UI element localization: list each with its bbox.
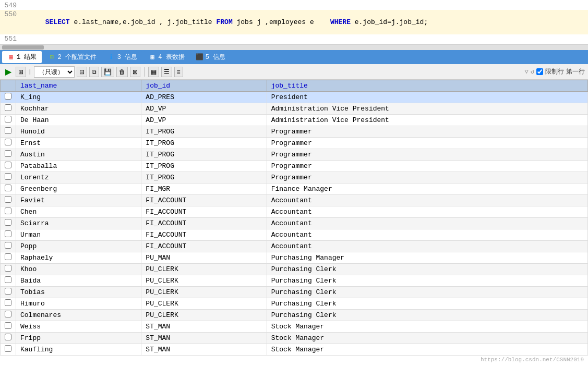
- toolbar-form-view-btn[interactable]: ≡: [174, 67, 183, 77]
- row-checkbox[interactable]: [5, 127, 11, 134]
- tab-info[interactable]: ℹ 3 信息: [103, 51, 142, 63]
- cell-last_name: Himuro: [16, 298, 141, 310]
- row-checkbox[interactable]: [5, 219, 11, 226]
- cell-last_name: Khoo: [16, 264, 141, 275]
- limit-row-checkbox[interactable]: [536, 68, 543, 75]
- sql-editor: 549 550 SELECT e.last_name,e.job_id , j.…: [0, 0, 588, 45]
- results-table-wrap: last_name job_id job_title K_ingAD_PRESP…: [0, 80, 588, 363]
- cell-last_name: K_ing: [16, 92, 141, 103]
- toolbar-list-view-btn[interactable]: ☰: [161, 67, 172, 77]
- table-row: ColmenaresPU_CLERKPurchasing Clerk: [1, 310, 588, 321]
- cell-last_name: Fripp: [16, 333, 141, 344]
- row-checkbox[interactable]: [5, 185, 11, 191]
- toolbar-export-btn[interactable]: ⊟: [77, 67, 87, 77]
- sql-line-551: 551: [0, 34, 588, 43]
- sql-line-550: 550 SELECT e.last_name,e.job_id , j.job_…: [0, 10, 588, 34]
- toolbar-grid-btn[interactable]: ⊞: [16, 67, 26, 77]
- cell-job_title: Purchasing Clerk: [267, 298, 587, 310]
- row-checkbox[interactable]: [5, 173, 11, 180]
- watermark: https://blog.csdn.net/CSNN2019: [481, 357, 584, 363]
- cell-last_name: Lorentz: [16, 172, 141, 184]
- cell-job_title: Stock Manager: [267, 321, 587, 333]
- line-number: 551: [2, 35, 21, 43]
- cell-job_id: IT_PROG: [141, 172, 267, 184]
- header-last-name: last_name: [16, 80, 141, 92]
- table-row: TobiasPU_CLERKPurchasing Clerk: [1, 287, 588, 298]
- cell-job_id: FI_ACCOUNT: [141, 195, 267, 206]
- row-checkbox[interactable]: [5, 253, 11, 260]
- cell-job_id: AD_PRES: [141, 92, 267, 103]
- cell-last_name: Austin: [16, 149, 141, 161]
- row-checkbox[interactable]: [5, 299, 11, 306]
- cell-last_name: Hunold: [16, 126, 141, 138]
- cell-last_name: Greenberg: [16, 184, 141, 195]
- row-checkbox[interactable]: [5, 242, 11, 249]
- toolbar-delete-btn[interactable]: 🗑: [116, 67, 128, 77]
- cell-job_id: PU_MAN: [141, 252, 267, 264]
- row-checkbox[interactable]: [5, 334, 11, 340]
- row-checkbox[interactable]: [5, 150, 11, 157]
- cell-job_id: IT_PROG: [141, 149, 267, 161]
- toolbar-copy-btn[interactable]: ⧉: [89, 67, 99, 77]
- table-row: SciarraFI_ACCOUNTAccountant: [1, 218, 588, 229]
- row-checkbox[interactable]: [5, 265, 11, 272]
- row-checkbox[interactable]: [5, 276, 11, 283]
- toolbar-green-icon[interactable]: ▶: [3, 66, 14, 78]
- sql-line-549: 549: [0, 1, 588, 10]
- info-icon: ℹ: [108, 54, 115, 61]
- cell-job_title: Accountant: [267, 206, 587, 218]
- horizontal-scrollbar[interactable]: [0, 45, 588, 50]
- row-checkbox[interactable]: [5, 139, 11, 145]
- cell-job_id: FI_ACCOUNT: [141, 229, 267, 241]
- scrollbar-thumb[interactable]: [2, 45, 44, 50]
- row-checkbox[interactable]: [5, 230, 11, 237]
- row-checkbox[interactable]: [5, 93, 11, 100]
- cell-last_name: Faviet: [16, 195, 141, 206]
- cell-job_id: AD_VP: [141, 103, 267, 115]
- config-icon: ⊞: [48, 54, 55, 61]
- row-checkbox[interactable]: [5, 104, 11, 111]
- cell-last_name: Raphaely: [16, 252, 141, 264]
- table-row: De HaanAD_VPAdministration Vice Presiden…: [1, 115, 588, 126]
- row-checkbox[interactable]: [5, 345, 11, 352]
- cell-last_name: Popp: [16, 241, 141, 252]
- tab-info-label: 3 信息: [117, 53, 137, 62]
- header-job-title: job_title: [267, 80, 587, 92]
- line-number: 549: [2, 2, 21, 9]
- row-checkbox[interactable]: [5, 288, 11, 295]
- cell-last_name: De Haan: [16, 115, 141, 126]
- cell-job_title: Finance Manager: [267, 184, 587, 195]
- cell-job_title: Stock Manager: [267, 333, 587, 344]
- cell-job_id: FI_ACCOUNT: [141, 206, 267, 218]
- table-row: ErnstIT_PROGProgrammer: [1, 138, 588, 149]
- toolbar-refresh-btn[interactable]: ⊠: [130, 67, 140, 77]
- table-row: PoppFI_ACCOUNTAccountant: [1, 241, 588, 252]
- tab-config[interactable]: ⊞ 2 个配置文件: [43, 51, 101, 63]
- row-checkbox[interactable]: [5, 322, 11, 329]
- tab-result[interactable]: ▦ 1 结果: [2, 51, 42, 63]
- row-checkbox[interactable]: [5, 162, 11, 168]
- row-checkbox[interactable]: [5, 196, 11, 203]
- tab-tabledata[interactable]: ▦ 4 表数据: [143, 51, 189, 63]
- table-row: AustinIT_PROGProgrammer: [1, 149, 588, 161]
- table-row: UrmanFI_ACCOUNTAccountant: [1, 229, 588, 241]
- tab-tabledata-label: 4 表数据: [158, 53, 184, 62]
- table-row: RaphaelyPU_MANPurchasing Manager: [1, 252, 588, 264]
- cell-job_title: Stock Manager: [267, 344, 587, 356]
- table-row: WeissST_MANStock Manager: [1, 321, 588, 333]
- table-row: LorentzIT_PROGProgrammer: [1, 172, 588, 184]
- filter-icon: ▽: [525, 68, 529, 76]
- cell-job_id: FI_MGR: [141, 184, 267, 195]
- toolbar-grid-view-btn[interactable]: ▦: [148, 67, 159, 77]
- row-checkbox[interactable]: [5, 311, 11, 317]
- limit-row-label: 限制行: [545, 67, 564, 76]
- readonly-select[interactable]: （只读）: [34, 66, 75, 78]
- table-row: HunoldIT_PROGProgrammer: [1, 126, 588, 138]
- row-checkbox[interactable]: [5, 207, 11, 214]
- sql-content: SELECT e.last_name,e.job_id , j.job_titl…: [21, 10, 428, 34]
- tab-info2[interactable]: ⬛ 5 信息: [191, 51, 231, 63]
- toolbar-save-btn[interactable]: 💾: [101, 67, 114, 77]
- tab-config-label: 2 个配置文件: [57, 53, 96, 62]
- table-header-row: last_name job_id job_title: [1, 80, 588, 92]
- row-checkbox[interactable]: [5, 116, 11, 123]
